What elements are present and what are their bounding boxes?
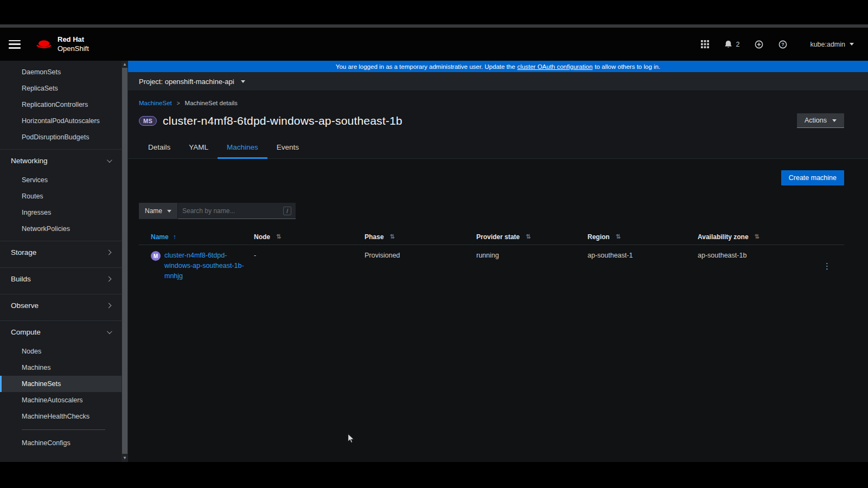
machineset-resource-badge: MS [139,116,157,126]
column-label: Region [588,233,610,241]
masthead: Red Hat OpenShift 2 [0,28,868,61]
sidebar-item-machinesets[interactable]: MachineSets [0,376,122,392]
sidebar-item-ingresses[interactable]: Ingresses [0,204,122,221]
search-input[interactable] [182,207,283,215]
page-title: cluster-n4mf8-6tdpd-windows-ap-southeast… [163,114,403,127]
mouse-cursor [347,433,355,446]
chevron-right-icon [106,277,112,282]
column-header-name[interactable]: Name ↑ [151,233,254,241]
machines-tab-content: Create machine Name / [128,159,868,462]
column-label: Node [254,233,270,241]
cell-phase: Provisioned [365,251,476,281]
sidebar-section-storage[interactable]: Storage [0,241,122,264]
brand-text: Red Hat OpenShift [58,35,89,53]
masthead-utilities: 2 ? kube:admin [701,40,854,49]
chevron-down-icon [107,329,112,334]
keyboard-shortcut-hint: / [283,207,291,215]
machine-resource-badge: M [151,251,161,261]
breadcrumb-separator: > [177,100,180,106]
scroll-up-arrow-icon[interactable]: ▲ [122,61,128,68]
column-header-node[interactable]: Node ⇅ [254,233,365,241]
table-row: M cluster-n4mf8-6tdpd-windows-ap-southea… [139,245,844,286]
nav-divider [22,429,105,430]
column-label: Name [151,233,169,241]
chevron-down-icon [167,210,171,213]
create-machine-button[interactable]: Create machine [781,170,844,185]
scroll-down-arrow-icon[interactable]: ▼ [122,454,128,461]
machine-link[interactable]: cluster-n4mf8-6tdpd-windows-ap-southeast… [164,251,247,281]
sidebar-item-nodes[interactable]: Nodes [0,343,122,359]
sidebar-item-daemonsets[interactable]: DaemonSets [0,64,122,80]
tab-details[interactable]: Details [139,139,180,159]
breadcrumb-machineset-link[interactable]: MachineSet [139,100,172,106]
sidebar-item-machineautoscalers[interactable]: MachineAutoscalers [0,392,122,408]
column-header-availability-zone[interactable]: Availability zone ⇅ [698,233,816,241]
kebab-menu-button[interactable]: ⋮ [820,251,834,281]
app-launcher-button[interactable] [701,40,709,48]
sidebar-item-replicationcontrollers[interactable]: ReplicationControllers [0,97,122,113]
filter-toolbar: Name / [139,203,296,219]
user-menu[interactable]: kube:admin [810,41,854,48]
main-area: You are logged in as a temporary adminis… [128,61,868,462]
chevron-down-icon [241,80,245,83]
filter-attribute-dropdown[interactable]: Name [139,203,178,219]
redhat-openshift-logo[interactable]: Red Hat OpenShift [35,35,89,53]
sidebar-nav: DaemonSets ReplicaSets ReplicationContro… [0,61,128,462]
sidebar-item-networkpolicies[interactable]: NetworkPolicies [0,221,122,237]
tab-bar: Details YAML Machines Events [139,139,844,158]
page-header: MachineSet > MachineSet details MS clust… [128,91,868,159]
tab-machines[interactable]: Machines [218,139,267,159]
notification-count: 2 [736,41,739,48]
nav-toggle-icon[interactable] [9,40,21,49]
sidebar-item-machineconfigs[interactable]: MachineConfigs [0,435,122,451]
notifications-button[interactable]: 2 [724,40,739,49]
column-header-phase[interactable]: Phase ⇅ [365,233,476,241]
tab-yaml[interactable]: YAML [180,139,218,159]
chevron-right-icon [106,303,112,309]
sidebar-scrollbar[interactable]: ▲ ▼ [122,61,128,462]
svg-text:?: ? [782,42,785,47]
sidebar-item-machinehealthchecks[interactable]: MachineHealthChecks [0,408,122,425]
banner-text-after: to allow others to log in. [595,63,660,70]
project-selector-label: Project: openshift-machine-api [139,78,234,86]
cluster-oauth-configuration-link[interactable]: cluster OAuth configuration [518,63,593,70]
actions-button[interactable]: Actions [797,113,844,128]
actions-button-label: Actions [805,117,827,124]
sidebar-item-horizontalpodautoscalers[interactable]: HorizontalPodAutoscalers [0,113,122,129]
search-box: / [178,203,296,219]
user-name: kube:admin [810,41,845,48]
sort-ascending-icon: ↑ [173,233,176,241]
table-header-row: Name ↑ Node ⇅ Phase ⇅ [139,229,844,245]
sidebar-section-builds[interactable]: Builds [0,267,122,290]
project-selector[interactable]: Project: openshift-machine-api [128,72,868,91]
sidebar-item-machines[interactable]: Machines [0,359,122,376]
column-header-region[interactable]: Region ⇅ [588,233,698,241]
add-button[interactable] [755,40,763,49]
help-button[interactable]: ? [778,40,787,49]
sort-icon: ⇅ [390,233,394,240]
grid-icon [701,40,709,48]
login-notice-banner: You are logged in as a temporary adminis… [128,61,868,72]
sidebar-section-observe[interactable]: Observe [0,294,122,317]
screen: Red Hat OpenShift 2 [0,0,868,488]
sidebar-section-compute[interactable]: Compute [0,320,122,343]
tab-events[interactable]: Events [267,139,308,159]
openshift-console: Red Hat OpenShift 2 [0,24,868,462]
sidebar-item-replicasets[interactable]: ReplicaSets [0,80,122,97]
sidebar-section-networking[interactable]: Networking [0,149,122,172]
breadcrumb-current: MachineSet details [185,100,238,106]
cell-provider-state: running [476,251,588,281]
section-label: Compute [11,328,41,336]
scrollbar-thumb[interactable] [122,68,127,454]
section-label: Networking [11,157,48,165]
redhat-fedora-icon [35,38,53,50]
sidebar-item-poddisruptionbudgets[interactable]: PodDisruptionBudgets [0,129,122,145]
section-label: Storage [11,248,36,256]
sort-icon: ⇅ [616,233,621,240]
sidebar-item-services[interactable]: Services [0,172,122,188]
section-label: Builds [11,275,31,283]
sidebar-item-routes[interactable]: Routes [0,188,122,204]
bell-icon [724,40,732,49]
column-header-provider-state[interactable]: Provider state ⇅ [476,233,588,241]
cell-availability-zone: ap-southeast-1b [698,251,816,281]
